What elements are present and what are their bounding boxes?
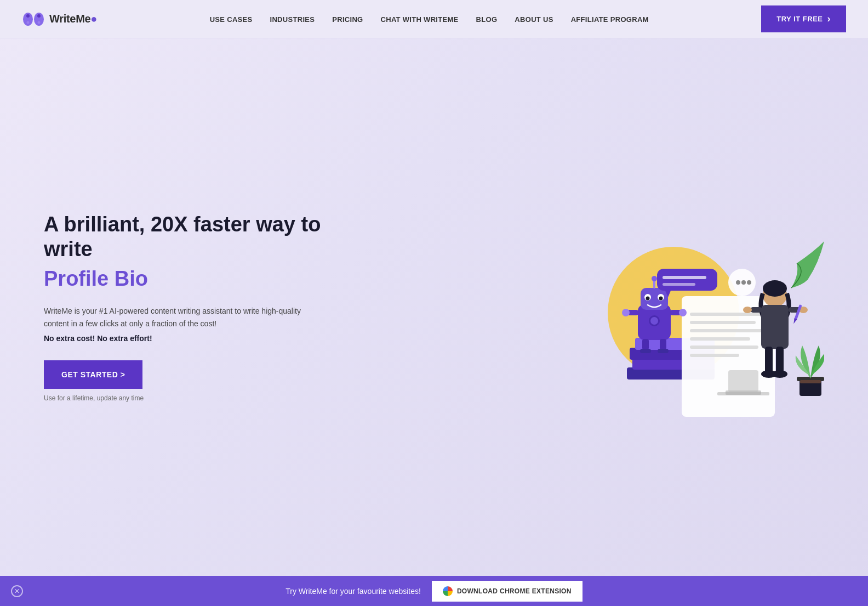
nav-industries[interactable]: INDUSTRIES (270, 15, 315, 24)
svg-rect-34 (660, 339, 666, 350)
svg-rect-54 (765, 347, 773, 374)
hero-description: WriteMe is your #1 AI-powered content wr… (44, 305, 307, 331)
svg-rect-33 (642, 339, 649, 350)
svg-rect-50 (750, 307, 762, 313)
nav-affiliate[interactable]: AFFILIATE PROGRAM (571, 15, 649, 24)
svg-point-46 (747, 280, 751, 285)
hero-svg (572, 197, 824, 417)
hero-content: A brilliant, 20X faster way to write Pro… (44, 212, 329, 402)
logo-icon (22, 10, 45, 28)
svg-point-25 (646, 297, 650, 301)
download-chrome-extension-button[interactable]: DOWNLOAD CHROME EXTENSION (432, 581, 583, 602)
close-bottom-bar-button[interactable]: ✕ (11, 585, 23, 597)
svg-rect-42 (663, 283, 695, 286)
svg-rect-13 (690, 321, 756, 324)
bottom-bar-text: Try WriteMe for your favourite websites! (285, 587, 421, 596)
svg-rect-39 (657, 269, 717, 291)
svg-point-31 (622, 309, 630, 316)
svg-rect-17 (690, 354, 739, 357)
svg-point-3 (37, 14, 41, 18)
hero-subtitle: Profile Bio (44, 267, 329, 292)
nav-chat[interactable]: CHAT WITH WRITEME (381, 15, 459, 24)
svg-point-57 (772, 370, 787, 378)
logo-text: WriteMe● (49, 13, 97, 25)
svg-rect-41 (663, 276, 706, 279)
svg-rect-20 (717, 392, 769, 395)
svg-rect-14 (690, 329, 764, 332)
logo[interactable]: WriteMe● (22, 10, 97, 28)
svg-rect-55 (776, 347, 784, 374)
svg-point-2 (26, 14, 30, 18)
hero-note: Use for a lifetime, update any time (44, 394, 329, 402)
svg-rect-36 (658, 349, 669, 353)
svg-point-5 (38, 21, 41, 24)
svg-marker-59 (792, 318, 797, 324)
hero-illustration (572, 197, 824, 417)
navbar: WriteMe● USE CASES INDUSTRIES PRICING CH… (0, 0, 868, 38)
svg-point-38 (650, 317, 658, 325)
svg-rect-12 (690, 313, 761, 316)
svg-point-45 (741, 280, 746, 285)
svg-rect-49 (761, 305, 789, 349)
get-started-button[interactable]: GET STARTED > (44, 360, 142, 389)
hero-section: A brilliant, 20X faster way to write Pro… (0, 38, 868, 576)
nav-about[interactable]: ABOUT US (515, 15, 553, 24)
chrome-icon (443, 586, 453, 596)
nav-pricing[interactable]: PRICING (332, 15, 363, 24)
svg-rect-18 (728, 370, 758, 392)
close-icon: ✕ (14, 587, 20, 595)
bottom-bar: ✕ Try WriteMe for your favourite website… (0, 576, 868, 606)
nav-links: USE CASES INDUSTRIES PRICING CHAT WITH W… (210, 14, 649, 24)
svg-rect-16 (690, 346, 758, 349)
logo-dot: ● (90, 13, 97, 25)
svg-point-32 (679, 309, 687, 316)
nav-use-cases[interactable]: USE CASES (210, 15, 253, 24)
svg-point-4 (27, 21, 30, 24)
svg-rect-62 (800, 380, 821, 383)
svg-point-52 (743, 307, 752, 313)
arrow-icon: › (827, 13, 831, 25)
hero-bold-text: No extra cost! No extra effort! (44, 334, 329, 343)
try-it-free-button[interactable]: TRY IT FREE › (761, 5, 846, 32)
svg-point-44 (736, 280, 740, 285)
svg-rect-35 (640, 349, 651, 353)
nav-blog[interactable]: BLOG (476, 15, 498, 24)
svg-rect-15 (690, 337, 750, 341)
svg-point-48 (763, 280, 787, 297)
svg-point-28 (652, 276, 657, 281)
hero-title: A brilliant, 20X faster way to write (44, 212, 329, 262)
svg-point-26 (659, 297, 663, 301)
